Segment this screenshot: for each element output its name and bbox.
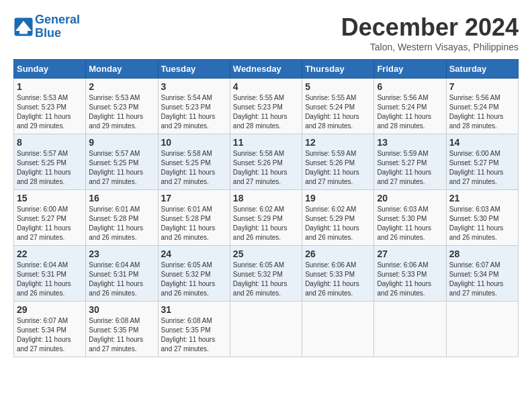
weekday-header-friday: Friday bbox=[374, 60, 446, 79]
day-info: Sunrise: 6:08 AM Sunset: 5:35 PM Dayligh… bbox=[161, 316, 227, 354]
calendar-cell: 8 Sunrise: 5:57 AM Sunset: 5:25 PM Dayli… bbox=[14, 134, 86, 190]
weekday-header-sunday: Sunday bbox=[14, 60, 86, 79]
calendar-cell: 2 Sunrise: 5:53 AM Sunset: 5:23 PM Dayli… bbox=[86, 79, 158, 134]
calendar-cell: 3 Sunrise: 5:54 AM Sunset: 5:23 PM Dayli… bbox=[158, 79, 230, 134]
calendar-cell: 21 Sunrise: 6:03 AM Sunset: 5:30 PM Dayl… bbox=[446, 190, 518, 246]
calendar-cell: 12 Sunrise: 5:59 AM Sunset: 5:26 PM Dayl… bbox=[302, 134, 374, 190]
day-number: 10 bbox=[161, 137, 227, 148]
day-number: 29 bbox=[17, 304, 83, 315]
day-info: Sunrise: 5:58 AM Sunset: 5:25 PM Dayligh… bbox=[161, 149, 227, 187]
calendar-cell: 27 Sunrise: 6:06 AM Sunset: 5:33 PM Dayl… bbox=[374, 246, 446, 302]
weekday-header-thursday: Thursday bbox=[302, 60, 374, 79]
month-title: December 2024 bbox=[341, 13, 519, 42]
day-number: 12 bbox=[305, 137, 371, 148]
day-info: Sunrise: 5:57 AM Sunset: 5:25 PM Dayligh… bbox=[17, 149, 83, 187]
day-number: 24 bbox=[161, 248, 227, 259]
day-number: 22 bbox=[17, 248, 83, 259]
calendar-cell: 24 Sunrise: 6:05 AM Sunset: 5:32 PM Dayl… bbox=[158, 246, 230, 302]
day-info: Sunrise: 5:55 AM Sunset: 5:23 PM Dayligh… bbox=[233, 93, 299, 131]
day-info: Sunrise: 6:00 AM Sunset: 5:27 PM Dayligh… bbox=[449, 149, 515, 187]
page-header: General Blue December 2024 Talon, Wester… bbox=[13, 13, 519, 52]
day-info: Sunrise: 5:53 AM Sunset: 5:23 PM Dayligh… bbox=[89, 93, 154, 131]
day-number: 15 bbox=[17, 193, 83, 203]
day-number: 16 bbox=[89, 193, 154, 203]
day-number: 14 bbox=[449, 137, 515, 148]
calendar-cell: 14 Sunrise: 6:00 AM Sunset: 5:27 PM Dayl… bbox=[446, 134, 518, 190]
day-info: Sunrise: 6:08 AM Sunset: 5:35 PM Dayligh… bbox=[89, 316, 154, 354]
calendar-cell: 13 Sunrise: 5:59 AM Sunset: 5:27 PM Dayl… bbox=[374, 134, 446, 190]
day-info: Sunrise: 6:03 AM Sunset: 5:30 PM Dayligh… bbox=[449, 205, 515, 242]
day-info: Sunrise: 6:06 AM Sunset: 5:33 PM Dayligh… bbox=[305, 261, 371, 298]
calendar-week-5: 29 Sunrise: 6:07 AM Sunset: 5:34 PM Dayl… bbox=[14, 302, 519, 357]
day-info: Sunrise: 5:59 AM Sunset: 5:27 PM Dayligh… bbox=[377, 149, 443, 187]
day-info: Sunrise: 6:05 AM Sunset: 5:32 PM Dayligh… bbox=[233, 261, 299, 298]
calendar-cell: 17 Sunrise: 6:01 AM Sunset: 5:28 PM Dayl… bbox=[158, 190, 230, 246]
calendar-week-4: 22 Sunrise: 6:04 AM Sunset: 5:31 PM Dayl… bbox=[14, 246, 519, 302]
day-info: Sunrise: 5:55 AM Sunset: 5:24 PM Dayligh… bbox=[305, 93, 371, 131]
day-number: 4 bbox=[233, 81, 299, 92]
calendar-cell: 23 Sunrise: 6:04 AM Sunset: 5:31 PM Dayl… bbox=[86, 246, 158, 302]
calendar-cell: 29 Sunrise: 6:07 AM Sunset: 5:34 PM Dayl… bbox=[14, 302, 86, 357]
day-info: Sunrise: 6:03 AM Sunset: 5:30 PM Dayligh… bbox=[377, 205, 443, 242]
calendar-cell: 6 Sunrise: 5:56 AM Sunset: 5:24 PM Dayli… bbox=[374, 79, 446, 134]
calendar-cell: 10 Sunrise: 5:58 AM Sunset: 5:25 PM Dayl… bbox=[158, 134, 230, 190]
calendar-cell bbox=[374, 302, 446, 357]
day-info: Sunrise: 6:01 AM Sunset: 5:28 PM Dayligh… bbox=[161, 205, 227, 242]
day-number: 31 bbox=[161, 304, 227, 315]
day-number: 25 bbox=[233, 248, 299, 259]
day-number: 1 bbox=[17, 81, 83, 92]
day-number: 30 bbox=[89, 304, 154, 315]
weekday-header-tuesday: Tuesday bbox=[158, 60, 230, 79]
logo-icon bbox=[13, 17, 34, 37]
day-info: Sunrise: 5:53 AM Sunset: 5:23 PM Dayligh… bbox=[17, 93, 83, 131]
calendar-cell bbox=[446, 302, 518, 357]
calendar-cell: 4 Sunrise: 5:55 AM Sunset: 5:23 PM Dayli… bbox=[230, 79, 302, 134]
calendar-cell: 16 Sunrise: 6:01 AM Sunset: 5:28 PM Dayl… bbox=[86, 190, 158, 246]
day-number: 9 bbox=[89, 137, 154, 148]
calendar-week-2: 8 Sunrise: 5:57 AM Sunset: 5:25 PM Dayli… bbox=[14, 134, 519, 190]
day-number: 5 bbox=[305, 81, 371, 92]
day-number: 7 bbox=[449, 81, 515, 92]
calendar-cell: 30 Sunrise: 6:08 AM Sunset: 5:35 PM Dayl… bbox=[86, 302, 158, 357]
calendar-table: SundayMondayTuesdayWednesdayThursdayFrid… bbox=[13, 59, 519, 357]
calendar-cell: 15 Sunrise: 6:00 AM Sunset: 5:27 PM Dayl… bbox=[14, 190, 86, 246]
day-number: 26 bbox=[305, 248, 371, 259]
day-number: 3 bbox=[161, 81, 227, 92]
calendar-cell: 11 Sunrise: 5:58 AM Sunset: 5:26 PM Dayl… bbox=[230, 134, 302, 190]
svg-rect-2 bbox=[19, 28, 28, 34]
calendar-cell: 31 Sunrise: 6:08 AM Sunset: 5:35 PM Dayl… bbox=[158, 302, 230, 357]
day-info: Sunrise: 6:02 AM Sunset: 5:29 PM Dayligh… bbox=[305, 205, 371, 242]
calendar-body: 1 Sunrise: 5:53 AM Sunset: 5:23 PM Dayli… bbox=[14, 79, 519, 357]
day-number: 21 bbox=[449, 193, 515, 203]
calendar-week-3: 15 Sunrise: 6:00 AM Sunset: 5:27 PM Dayl… bbox=[14, 190, 519, 246]
calendar-cell: 7 Sunrise: 5:56 AM Sunset: 5:24 PM Dayli… bbox=[446, 79, 518, 134]
calendar-cell: 25 Sunrise: 6:05 AM Sunset: 5:32 PM Dayl… bbox=[230, 246, 302, 302]
calendar-cell bbox=[302, 302, 374, 357]
day-info: Sunrise: 6:06 AM Sunset: 5:33 PM Dayligh… bbox=[377, 261, 443, 298]
day-number: 28 bbox=[449, 248, 515, 259]
day-number: 18 bbox=[233, 193, 299, 203]
day-number: 8 bbox=[17, 137, 83, 148]
calendar-cell: 26 Sunrise: 6:06 AM Sunset: 5:33 PM Dayl… bbox=[302, 246, 374, 302]
calendar-cell: 5 Sunrise: 5:55 AM Sunset: 5:24 PM Dayli… bbox=[302, 79, 374, 134]
day-info: Sunrise: 6:01 AM Sunset: 5:28 PM Dayligh… bbox=[89, 205, 154, 242]
calendar-cell bbox=[230, 302, 302, 357]
day-info: Sunrise: 5:54 AM Sunset: 5:23 PM Dayligh… bbox=[161, 93, 227, 131]
day-number: 2 bbox=[89, 81, 154, 92]
day-info: Sunrise: 6:07 AM Sunset: 5:34 PM Dayligh… bbox=[449, 261, 515, 298]
day-info: Sunrise: 6:00 AM Sunset: 5:27 PM Dayligh… bbox=[17, 205, 83, 242]
day-number: 27 bbox=[377, 248, 443, 259]
location: Talon, Western Visayas, Philippines bbox=[341, 42, 519, 52]
calendar-cell: 9 Sunrise: 5:57 AM Sunset: 5:25 PM Dayli… bbox=[86, 134, 158, 190]
calendar-cell: 22 Sunrise: 6:04 AM Sunset: 5:31 PM Dayl… bbox=[14, 246, 86, 302]
day-number: 19 bbox=[305, 193, 371, 203]
day-info: Sunrise: 5:56 AM Sunset: 5:24 PM Dayligh… bbox=[377, 93, 443, 131]
day-info: Sunrise: 5:57 AM Sunset: 5:25 PM Dayligh… bbox=[89, 149, 154, 187]
day-number: 17 bbox=[161, 193, 227, 203]
day-number: 13 bbox=[377, 137, 443, 148]
calendar-cell: 18 Sunrise: 6:02 AM Sunset: 5:29 PM Dayl… bbox=[230, 190, 302, 246]
day-info: Sunrise: 6:05 AM Sunset: 5:32 PM Dayligh… bbox=[161, 261, 227, 298]
weekday-header-wednesday: Wednesday bbox=[230, 60, 302, 79]
calendar-cell: 19 Sunrise: 6:02 AM Sunset: 5:29 PM Dayl… bbox=[302, 190, 374, 246]
title-block: December 2024 Talon, Western Visayas, Ph… bbox=[341, 13, 519, 52]
